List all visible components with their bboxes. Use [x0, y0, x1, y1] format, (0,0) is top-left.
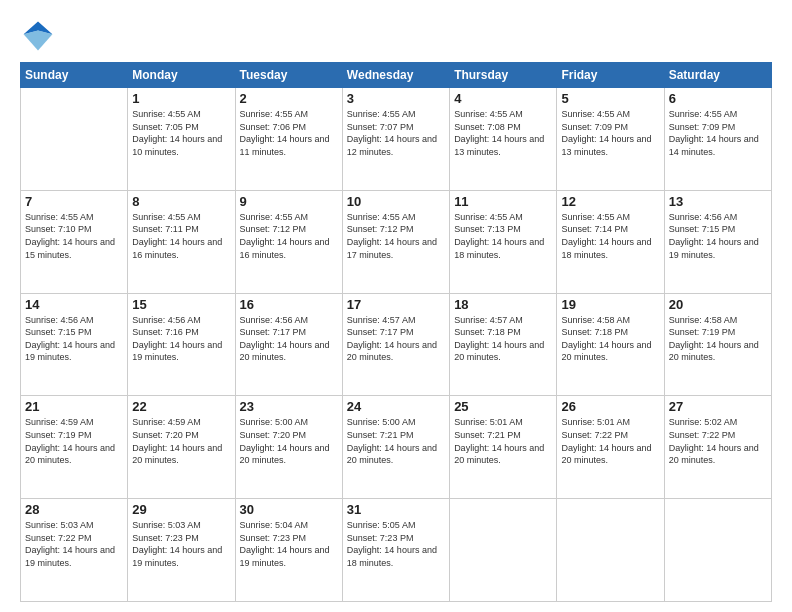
- day-info: Sunrise: 5:00 AMSunset: 7:21 PMDaylight:…: [347, 416, 445, 466]
- day-number: 20: [669, 297, 767, 312]
- calendar-cell: 4Sunrise: 4:55 AMSunset: 7:08 PMDaylight…: [450, 88, 557, 191]
- day-number: 27: [669, 399, 767, 414]
- calendar-cell: 21Sunrise: 4:59 AMSunset: 7:19 PMDayligh…: [21, 396, 128, 499]
- calendar-cell: 6Sunrise: 4:55 AMSunset: 7:09 PMDaylight…: [664, 88, 771, 191]
- day-number: 25: [454, 399, 552, 414]
- day-number: 1: [132, 91, 230, 106]
- day-info: Sunrise: 4:59 AMSunset: 7:20 PMDaylight:…: [132, 416, 230, 466]
- calendar-cell: 8Sunrise: 4:55 AMSunset: 7:11 PMDaylight…: [128, 190, 235, 293]
- calendar-cell: 13Sunrise: 4:56 AMSunset: 7:15 PMDayligh…: [664, 190, 771, 293]
- day-info: Sunrise: 4:56 AMSunset: 7:16 PMDaylight:…: [132, 314, 230, 364]
- day-number: 21: [25, 399, 123, 414]
- day-info: Sunrise: 4:55 AMSunset: 7:12 PMDaylight:…: [240, 211, 338, 261]
- day-info: Sunrise: 4:56 AMSunset: 7:15 PMDaylight:…: [25, 314, 123, 364]
- calendar-cell: 3Sunrise: 4:55 AMSunset: 7:07 PMDaylight…: [342, 88, 449, 191]
- day-info: Sunrise: 4:55 AMSunset: 7:12 PMDaylight:…: [347, 211, 445, 261]
- day-number: 23: [240, 399, 338, 414]
- day-number: 10: [347, 194, 445, 209]
- calendar-cell: 9Sunrise: 4:55 AMSunset: 7:12 PMDaylight…: [235, 190, 342, 293]
- calendar-cell: 20Sunrise: 4:58 AMSunset: 7:19 PMDayligh…: [664, 293, 771, 396]
- week-row-2: 7Sunrise: 4:55 AMSunset: 7:10 PMDaylight…: [21, 190, 772, 293]
- day-info: Sunrise: 5:00 AMSunset: 7:20 PMDaylight:…: [240, 416, 338, 466]
- day-info: Sunrise: 5:05 AMSunset: 7:23 PMDaylight:…: [347, 519, 445, 569]
- day-number: 26: [561, 399, 659, 414]
- calendar-cell: 14Sunrise: 4:56 AMSunset: 7:15 PMDayligh…: [21, 293, 128, 396]
- calendar-cell: 26Sunrise: 5:01 AMSunset: 7:22 PMDayligh…: [557, 396, 664, 499]
- day-info: Sunrise: 4:55 AMSunset: 7:09 PMDaylight:…: [669, 108, 767, 158]
- calendar-cell: 15Sunrise: 4:56 AMSunset: 7:16 PMDayligh…: [128, 293, 235, 396]
- day-info: Sunrise: 5:01 AMSunset: 7:22 PMDaylight:…: [561, 416, 659, 466]
- day-info: Sunrise: 4:55 AMSunset: 7:13 PMDaylight:…: [454, 211, 552, 261]
- weekday-header-sunday: Sunday: [21, 63, 128, 88]
- day-info: Sunrise: 4:55 AMSunset: 7:08 PMDaylight:…: [454, 108, 552, 158]
- day-info: Sunrise: 4:59 AMSunset: 7:19 PMDaylight:…: [25, 416, 123, 466]
- calendar-cell: 25Sunrise: 5:01 AMSunset: 7:21 PMDayligh…: [450, 396, 557, 499]
- day-number: 12: [561, 194, 659, 209]
- calendar-cell: 1Sunrise: 4:55 AMSunset: 7:05 PMDaylight…: [128, 88, 235, 191]
- day-info: Sunrise: 5:04 AMSunset: 7:23 PMDaylight:…: [240, 519, 338, 569]
- day-info: Sunrise: 4:57 AMSunset: 7:18 PMDaylight:…: [454, 314, 552, 364]
- day-number: 19: [561, 297, 659, 312]
- logo-icon: [20, 18, 56, 54]
- day-info: Sunrise: 4:55 AMSunset: 7:09 PMDaylight:…: [561, 108, 659, 158]
- day-number: 4: [454, 91, 552, 106]
- day-info: Sunrise: 5:01 AMSunset: 7:21 PMDaylight:…: [454, 416, 552, 466]
- day-number: 14: [25, 297, 123, 312]
- weekday-header-saturday: Saturday: [664, 63, 771, 88]
- calendar-cell: [557, 499, 664, 602]
- calendar-cell: 22Sunrise: 4:59 AMSunset: 7:20 PMDayligh…: [128, 396, 235, 499]
- day-number: 28: [25, 502, 123, 517]
- day-info: Sunrise: 5:03 AMSunset: 7:23 PMDaylight:…: [132, 519, 230, 569]
- weekday-header-wednesday: Wednesday: [342, 63, 449, 88]
- day-info: Sunrise: 4:58 AMSunset: 7:19 PMDaylight:…: [669, 314, 767, 364]
- day-number: 18: [454, 297, 552, 312]
- week-row-4: 21Sunrise: 4:59 AMSunset: 7:19 PMDayligh…: [21, 396, 772, 499]
- day-info: Sunrise: 4:56 AMSunset: 7:17 PMDaylight:…: [240, 314, 338, 364]
- header: [20, 18, 772, 54]
- calendar-cell: 10Sunrise: 4:55 AMSunset: 7:12 PMDayligh…: [342, 190, 449, 293]
- calendar-cell: 2Sunrise: 4:55 AMSunset: 7:06 PMDaylight…: [235, 88, 342, 191]
- calendar-table: SundayMondayTuesdayWednesdayThursdayFrid…: [20, 62, 772, 602]
- calendar-cell: 29Sunrise: 5:03 AMSunset: 7:23 PMDayligh…: [128, 499, 235, 602]
- day-number: 31: [347, 502, 445, 517]
- day-number: 24: [347, 399, 445, 414]
- day-number: 2: [240, 91, 338, 106]
- day-number: 3: [347, 91, 445, 106]
- logo: [20, 18, 60, 54]
- day-info: Sunrise: 5:02 AMSunset: 7:22 PMDaylight:…: [669, 416, 767, 466]
- day-info: Sunrise: 4:55 AMSunset: 7:06 PMDaylight:…: [240, 108, 338, 158]
- calendar-cell: 18Sunrise: 4:57 AMSunset: 7:18 PMDayligh…: [450, 293, 557, 396]
- day-info: Sunrise: 4:57 AMSunset: 7:17 PMDaylight:…: [347, 314, 445, 364]
- calendar-cell: 31Sunrise: 5:05 AMSunset: 7:23 PMDayligh…: [342, 499, 449, 602]
- calendar-header-row: SundayMondayTuesdayWednesdayThursdayFrid…: [21, 63, 772, 88]
- week-row-3: 14Sunrise: 4:56 AMSunset: 7:15 PMDayligh…: [21, 293, 772, 396]
- day-number: 17: [347, 297, 445, 312]
- day-info: Sunrise: 4:55 AMSunset: 7:11 PMDaylight:…: [132, 211, 230, 261]
- calendar-cell: 28Sunrise: 5:03 AMSunset: 7:22 PMDayligh…: [21, 499, 128, 602]
- week-row-5: 28Sunrise: 5:03 AMSunset: 7:22 PMDayligh…: [21, 499, 772, 602]
- calendar-cell: 23Sunrise: 5:00 AMSunset: 7:20 PMDayligh…: [235, 396, 342, 499]
- calendar-cell: 5Sunrise: 4:55 AMSunset: 7:09 PMDaylight…: [557, 88, 664, 191]
- calendar-cell: 27Sunrise: 5:02 AMSunset: 7:22 PMDayligh…: [664, 396, 771, 499]
- weekday-header-thursday: Thursday: [450, 63, 557, 88]
- day-number: 11: [454, 194, 552, 209]
- day-number: 9: [240, 194, 338, 209]
- day-info: Sunrise: 4:58 AMSunset: 7:18 PMDaylight:…: [561, 314, 659, 364]
- day-number: 22: [132, 399, 230, 414]
- calendar-cell: [21, 88, 128, 191]
- weekday-header-tuesday: Tuesday: [235, 63, 342, 88]
- day-number: 15: [132, 297, 230, 312]
- calendar-cell: [664, 499, 771, 602]
- day-info: Sunrise: 4:55 AMSunset: 7:05 PMDaylight:…: [132, 108, 230, 158]
- day-number: 13: [669, 194, 767, 209]
- svg-marker-1: [24, 31, 53, 51]
- week-row-1: 1Sunrise: 4:55 AMSunset: 7:05 PMDaylight…: [21, 88, 772, 191]
- day-info: Sunrise: 4:55 AMSunset: 7:10 PMDaylight:…: [25, 211, 123, 261]
- calendar-cell: 16Sunrise: 4:56 AMSunset: 7:17 PMDayligh…: [235, 293, 342, 396]
- calendar-cell: 19Sunrise: 4:58 AMSunset: 7:18 PMDayligh…: [557, 293, 664, 396]
- day-info: Sunrise: 4:55 AMSunset: 7:14 PMDaylight:…: [561, 211, 659, 261]
- calendar-cell: [450, 499, 557, 602]
- day-info: Sunrise: 4:56 AMSunset: 7:15 PMDaylight:…: [669, 211, 767, 261]
- weekday-header-friday: Friday: [557, 63, 664, 88]
- day-number: 29: [132, 502, 230, 517]
